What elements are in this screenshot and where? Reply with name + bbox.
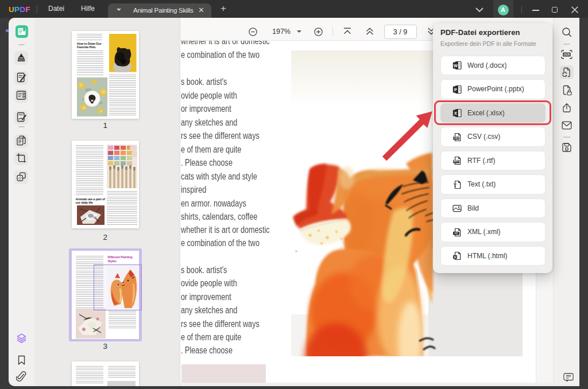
svg-text:OCR: OCR xyxy=(564,53,570,56)
svg-text:T: T xyxy=(454,182,457,188)
svg-text:CSV: CSV xyxy=(454,137,459,139)
svg-text:W: W xyxy=(454,63,458,68)
svg-text:</>: </> xyxy=(454,232,458,235)
svg-text:H: H xyxy=(454,255,456,259)
svg-text:P: P xyxy=(454,87,457,92)
svg-text:RTF: RTF xyxy=(454,160,459,163)
